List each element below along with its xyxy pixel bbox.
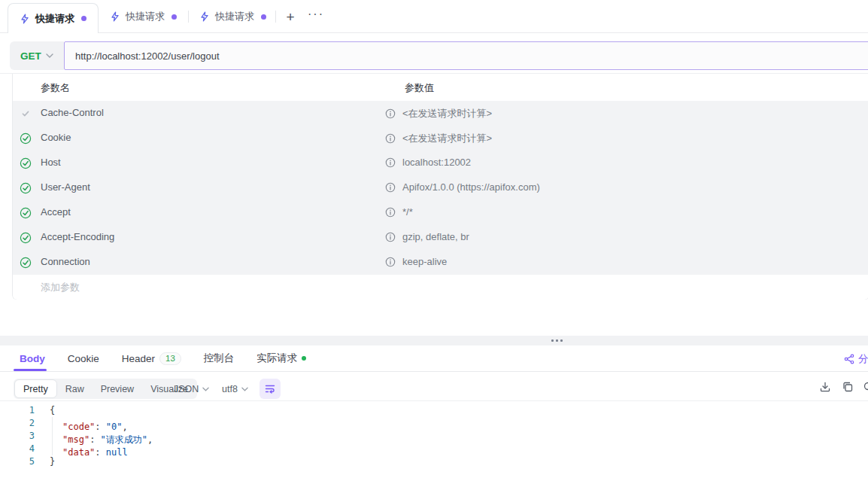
search-button[interactable]: [863, 381, 868, 393]
param-value-cell[interactable]: */*: [402, 206, 413, 218]
body-view-toolbar: Pretty Raw Preview Visualize JSON utf8: [0, 372, 868, 401]
param-name-cell[interactable]: Host: [41, 157, 61, 168]
code-text: }: [50, 455, 55, 468]
param-name-cell[interactable]: User-Agent: [41, 181, 90, 193]
table-row: Connection keep-alive: [13, 250, 868, 275]
tab-title: 快捷请求: [126, 10, 165, 23]
row-checkbox[interactable]: [20, 157, 32, 169]
view-mode-button[interactable]: Preview: [93, 379, 142, 398]
info-icon[interactable]: [385, 182, 396, 193]
info-icon[interactable]: [385, 232, 396, 242]
param-value-cell[interactable]: localhost:12002: [402, 157, 471, 168]
param-name-cell[interactable]: Connection: [41, 256, 90, 267]
code-text: "data": null: [50, 443, 128, 455]
row-checkbox[interactable]: [20, 207, 32, 219]
indent-guide: [52, 417, 53, 455]
language-select[interactable]: JSON: [174, 379, 209, 399]
search-icon: [863, 381, 868, 393]
param-name-cell[interactable]: Accept: [41, 206, 71, 218]
row-checkbox[interactable]: [20, 108, 32, 120]
response-tab[interactable]: Cookie: [68, 345, 99, 371]
row-checkbox[interactable]: [20, 257, 32, 269]
param-value-cell[interactable]: <在发送请求时计算>: [402, 132, 492, 145]
drag-handle-icon: [551, 339, 563, 342]
info-icon[interactable]: [385, 157, 396, 168]
param-value-cell[interactable]: Apifox/1.0.0 (https://apifox.com): [402, 181, 540, 193]
code-text: "code": "0",: [50, 417, 128, 430]
tab-title: 快捷请求: [215, 10, 254, 23]
param-name-cell[interactable]: Cookie: [41, 132, 71, 143]
code-line: 3 "msg": "请求成功",: [0, 430, 868, 443]
response-body-editor[interactable]: 1 { 2 "code": "0", 3 "msg": "请求成功", 4 "d…: [0, 401, 868, 484]
row-checkbox[interactable]: [20, 232, 32, 244]
copy-icon: [842, 381, 854, 393]
view-mode-button[interactable]: Pretty: [14, 379, 57, 398]
response-tab-label: Header: [122, 353, 155, 364]
unsaved-dot: [81, 16, 86, 21]
download-icon: [819, 381, 831, 393]
share-label: 分享: [858, 352, 868, 366]
response-tab-label: 控制台: [204, 352, 235, 365]
request-tab[interactable]: 快捷请求: [8, 3, 99, 33]
apifox-window: 快捷请求 快捷请求: [0, 0, 868, 484]
encoding-select[interactable]: utf8: [222, 379, 248, 399]
word-wrap-button[interactable]: [259, 379, 281, 399]
code-text: {: [50, 404, 55, 417]
param-value-cell[interactable]: <在发送请求时计算>: [402, 107, 492, 120]
lightning-icon: [110, 11, 120, 22]
view-mode-label: Preview: [101, 384, 134, 394]
response-tab-label: Body: [20, 353, 45, 364]
share-icon: [844, 354, 854, 364]
info-icon[interactable]: [385, 133, 396, 144]
plus-icon: +: [286, 10, 294, 24]
request-tab[interactable]: 快捷请求: [188, 0, 278, 33]
tab-more-button[interactable]: ···: [303, 0, 329, 33]
actual-request-dot: [302, 356, 306, 361]
download-button[interactable]: [819, 381, 831, 393]
chevron-down-icon: [202, 387, 209, 391]
response-tab[interactable]: 实际请求: [256, 345, 306, 371]
info-icon[interactable]: [385, 108, 396, 119]
column-header-value: 参数值: [405, 81, 434, 95]
copy-button[interactable]: [842, 381, 854, 393]
param-value-cell[interactable]: keep-alive: [402, 256, 447, 267]
lightning-icon: [20, 14, 30, 24]
response-tab[interactable]: 控制台: [204, 345, 235, 371]
response-tab-bar: Body Cookie Header 13 控制台: [0, 345, 868, 372]
url-input[interactable]: [64, 41, 868, 70]
row-checkbox[interactable]: [20, 132, 32, 145]
response-tab[interactable]: Body: [20, 345, 45, 371]
request-tab[interactable]: 快捷请求: [99, 0, 188, 33]
add-param-row[interactable]: 添加参数: [13, 275, 868, 300]
response-tab[interactable]: Header 13: [122, 345, 181, 371]
line-number: 2: [0, 417, 35, 430]
row-checkbox[interactable]: [20, 182, 32, 194]
header-count-badge: 13: [159, 352, 181, 365]
info-icon[interactable]: [385, 207, 396, 218]
chevron-down-icon: [241, 387, 248, 391]
new-tab-button[interactable]: +: [278, 0, 303, 33]
request-tab-bar: 快捷请求 快捷请求: [0, 0, 868, 33]
lightning-icon: [199, 11, 210, 22]
code-text: "msg": "请求成功",: [50, 430, 153, 443]
table-row: Accept */*: [13, 200, 868, 225]
tab-separator: [188, 11, 189, 23]
column-header-name: 参数名: [41, 81, 70, 95]
panel-splitter[interactable]: [0, 336, 868, 345]
param-name-cell[interactable]: Accept-Encoding: [41, 231, 114, 242]
table-row: Accept-Encoding gzip, deflate, br: [13, 225, 868, 250]
param-value-cell[interactable]: gzip, deflate, br: [402, 231, 469, 242]
view-mode-button[interactable]: Raw: [57, 379, 93, 398]
method-select[interactable]: GET: [10, 41, 64, 70]
add-param-label: 添加参数: [41, 281, 80, 294]
table-row: Cookie <在发送请求时计算>: [13, 126, 868, 151]
share-button[interactable]: 分享: [844, 352, 868, 366]
param-name-cell[interactable]: Cache-Control: [41, 107, 104, 118]
info-icon[interactable]: [385, 257, 396, 267]
line-number: 1: [0, 404, 35, 417]
unsaved-dot: [261, 14, 266, 20]
view-mode-label: Pretty: [23, 384, 48, 394]
tab-title: 快捷请求: [35, 12, 74, 26]
code-line: 5 }: [0, 455, 868, 468]
response-tab-label: Cookie: [68, 353, 99, 364]
